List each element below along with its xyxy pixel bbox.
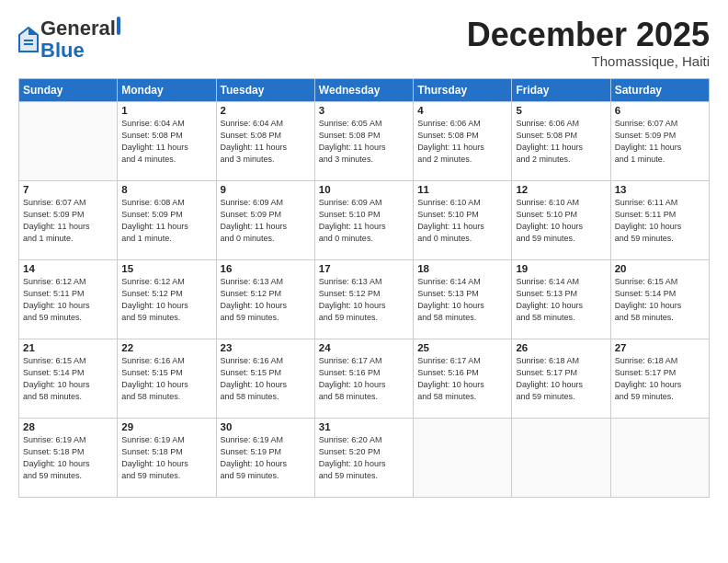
day-info-line: Daylight: 10 hours [23,458,113,470]
day-info-line: Sunset: 5:16 PM [319,367,409,379]
calendar-day-cell: 9Sunrise: 6:09 AMSunset: 5:09 PMDaylight… [216,180,314,259]
day-number: 31 [319,421,409,432]
day-info-line: Sunset: 5:09 PM [221,209,311,221]
day-info-line: Daylight: 10 hours [319,379,409,391]
day-info-line: Sunrise: 6:08 AM [121,197,211,209]
day-info-line: Sunset: 5:13 PM [516,288,606,300]
day-info-line: Sunset: 5:16 PM [417,367,507,379]
day-of-week-header: Wednesday [314,78,413,101]
day-info-line: Sunset: 5:09 PM [615,130,705,142]
day-of-week-header: Monday [118,78,216,101]
calendar-day-cell: 11Sunrise: 6:10 AMSunset: 5:10 PMDayligh… [414,180,512,259]
day-info-line: Daylight: 11 hours [417,142,507,154]
day-of-week-header: Sunday [19,78,118,101]
logo: General Blue [18,17,121,62]
calendar-day-cell: 10Sunrise: 6:09 AMSunset: 5:10 PMDayligh… [314,180,413,259]
day-info-line: Sunset: 5:08 PM [121,130,211,142]
day-number: 5 [516,105,606,116]
day-info-line: Daylight: 10 hours [121,300,211,312]
day-info-line: and 59 minutes. [319,470,409,482]
day-info-line: and 59 minutes. [221,470,311,482]
day-number: 16 [221,263,311,274]
day-info-line: Daylight: 10 hours [23,379,113,391]
logo-blue: Blue [40,39,85,62]
day-info-line: Sunrise: 6:06 AM [516,118,606,130]
day-number: 6 [615,105,705,116]
calendar-day-cell: 17Sunrise: 6:13 AMSunset: 5:12 PMDayligh… [314,259,413,339]
day-info-line: and 59 minutes. [23,470,113,482]
day-info-line: Sunrise: 6:10 AM [417,197,507,209]
day-info-line: Sunset: 5:18 PM [121,446,211,458]
day-info-line: Sunrise: 6:15 AM [615,276,705,288]
svg-rect-4 [24,43,33,45]
calendar-day-cell: 1Sunrise: 6:04 AMSunset: 5:08 PMDaylight… [118,101,216,180]
logo-general: General [40,17,116,40]
calendar-week-row: 14Sunrise: 6:12 AMSunset: 5:11 PMDayligh… [19,259,710,339]
day-info-line: Sunset: 5:17 PM [516,367,606,379]
day-info-line: and 58 minutes. [221,391,311,403]
day-info-line: Sunrise: 6:19 AM [121,434,211,446]
calendar-day-cell [512,418,610,497]
day-number: 19 [516,263,606,274]
calendar-day-cell: 18Sunrise: 6:14 AMSunset: 5:13 PMDayligh… [414,259,512,339]
day-number: 14 [23,263,113,274]
calendar-table: SundayMondayTuesdayWednesdayThursdayFrid… [18,78,710,498]
day-number: 4 [417,105,507,116]
day-info-line: Daylight: 11 hours [121,142,211,154]
calendar-day-cell [19,101,118,180]
day-info-line: and 0 minutes. [319,233,409,245]
day-number: 12 [516,184,606,195]
calendar-day-cell: 19Sunrise: 6:14 AMSunset: 5:13 PMDayligh… [512,259,610,339]
day-info-line: and 58 minutes. [417,312,507,324]
day-info-line: Daylight: 11 hours [221,142,311,154]
calendar-day-cell: 5Sunrise: 6:06 AMSunset: 5:08 PMDaylight… [512,101,610,180]
day-number: 25 [417,342,507,353]
day-info-line: Sunrise: 6:19 AM [23,434,113,446]
day-info-line: Sunrise: 6:10 AM [516,197,606,209]
day-number: 7 [23,184,113,195]
day-info-line: Daylight: 10 hours [516,221,606,233]
day-info-line: Sunset: 5:13 PM [417,288,507,300]
day-info-line: Sunrise: 6:06 AM [417,118,507,130]
day-info-line: Sunrise: 6:17 AM [417,355,507,367]
day-info-line: Daylight: 10 hours [221,379,311,391]
day-info-line: Daylight: 10 hours [615,300,705,312]
day-info-line: Sunrise: 6:17 AM [319,355,409,367]
day-number: 29 [121,421,211,432]
day-info-line: Sunrise: 6:19 AM [221,434,311,446]
day-number: 22 [121,342,211,353]
day-number: 23 [221,342,311,353]
calendar-day-cell: 13Sunrise: 6:11 AMSunset: 5:11 PMDayligh… [610,180,709,259]
day-info-line: Sunrise: 6:11 AM [615,197,705,209]
day-info-line: Sunset: 5:11 PM [615,209,705,221]
day-info-line: Daylight: 10 hours [23,300,113,312]
day-info-line: Sunset: 5:09 PM [121,209,211,221]
day-info-line: Sunset: 5:11 PM [23,288,113,300]
day-info-line: Daylight: 10 hours [121,458,211,470]
day-number: 1 [121,105,211,116]
day-info-line: and 58 minutes. [615,312,705,324]
day-info-line: and 59 minutes. [516,233,606,245]
day-info-line: Daylight: 11 hours [319,142,409,154]
day-number: 26 [516,342,606,353]
calendar-week-row: 21Sunrise: 6:15 AMSunset: 5:14 PMDayligh… [19,339,710,418]
day-info-line: Sunset: 5:09 PM [23,209,113,221]
day-number: 17 [319,263,409,274]
day-number: 15 [121,263,211,274]
day-info-line: Sunset: 5:10 PM [516,209,606,221]
header: General Blue December 2025 Thomassique, … [18,17,710,69]
calendar-day-cell: 20Sunrise: 6:15 AMSunset: 5:14 PMDayligh… [610,259,709,339]
day-info-line: Sunrise: 6:07 AM [23,197,113,209]
day-info-line: Daylight: 10 hours [319,458,409,470]
day-info-line: Daylight: 11 hours [23,221,113,233]
day-number: 3 [319,105,409,116]
calendar-day-cell: 15Sunrise: 6:12 AMSunset: 5:12 PMDayligh… [118,259,216,339]
location: Thomassique, Haiti [467,53,710,69]
calendar-day-cell: 16Sunrise: 6:13 AMSunset: 5:12 PMDayligh… [216,259,314,339]
calendar-day-cell: 2Sunrise: 6:04 AMSunset: 5:08 PMDaylight… [216,101,314,180]
calendar-day-cell: 8Sunrise: 6:08 AMSunset: 5:09 PMDaylight… [118,180,216,259]
day-info-line: Sunset: 5:19 PM [221,446,311,458]
calendar-day-cell: 22Sunrise: 6:16 AMSunset: 5:15 PMDayligh… [118,339,216,418]
day-info-line: Sunrise: 6:16 AM [121,355,211,367]
day-number: 20 [615,263,705,274]
